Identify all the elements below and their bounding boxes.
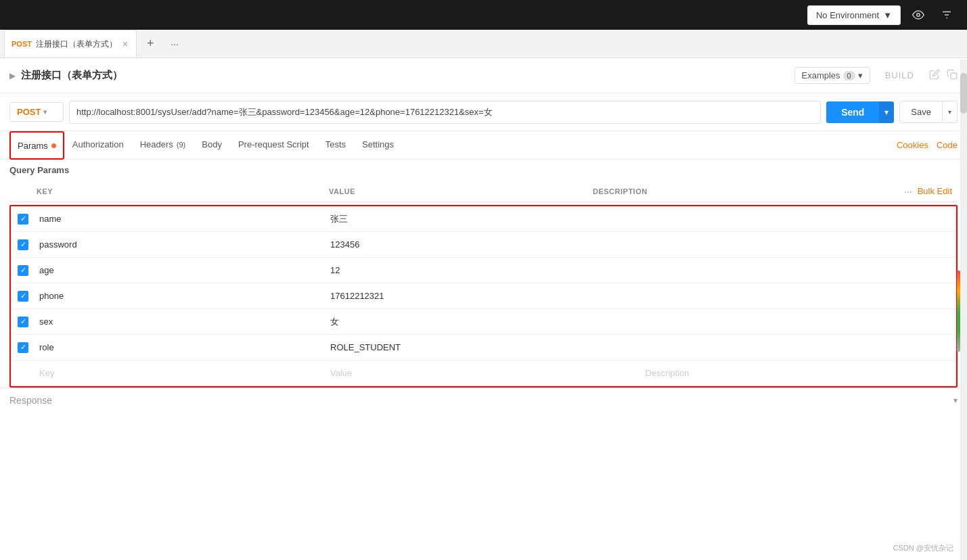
table-row: role ROLE_STUDENT — [11, 335, 956, 360]
placeholder-description[interactable]: Description — [642, 368, 957, 378]
request-header-bar: ▶ 注册接口（表单方式） Examples 0 ▾ BUILD — [0, 58, 967, 93]
request-title: 注册接口（表单方式） — [21, 69, 122, 82]
tab-prerequest[interactable]: Pre-request Script — [230, 131, 317, 159]
tab-tests[interactable]: Tests — [317, 131, 354, 159]
breadcrumb-arrow-icon: ▶ — [9, 71, 16, 80]
tab-nav-right: Cookies Code — [897, 131, 958, 159]
headers-badge: (9) — [177, 141, 185, 149]
placeholder-value-text: Value — [330, 368, 352, 378]
table-actions: ··· Bulk Edit — [899, 186, 958, 197]
response-arrow-icon: ▾ — [953, 396, 958, 405]
checkbox-checked-icon — [18, 265, 28, 276]
key-column-header: KEY — [9, 187, 325, 195]
placeholder-value[interactable]: Value — [326, 368, 642, 378]
method-chevron-icon: ▾ — [43, 108, 47, 116]
description-column-header: DESCRIPTION — [589, 187, 899, 195]
code-link[interactable]: Code — [937, 140, 958, 150]
row-checkbox-role[interactable] — [11, 342, 35, 353]
row-checkbox-sex[interactable] — [11, 317, 35, 327]
param-key-sex[interactable]: sex — [35, 317, 326, 327]
send-chevron-button[interactable]: ▾ — [879, 101, 894, 123]
param-key-name[interactable]: name — [35, 214, 326, 224]
checkbox-checked-icon — [18, 291, 28, 302]
checkbox-checked-icon — [18, 214, 28, 225]
save-button[interactable]: Save — [899, 101, 943, 123]
tab-more-button[interactable]: ··· — [164, 30, 185, 57]
placeholder-row: Key Value Description — [11, 360, 956, 386]
param-key-age[interactable]: age — [35, 265, 326, 275]
tab-settings[interactable]: Settings — [354, 131, 402, 159]
tab-title: 注册接口（表单方式） — [36, 39, 117, 50]
bulk-edit-button[interactable]: Bulk Edit — [918, 186, 952, 196]
tab-method: POST — [12, 40, 32, 48]
placeholder-desc-text: Description — [646, 368, 690, 378]
scrollbar-thumb[interactable] — [960, 73, 967, 114]
examples-label: Examples — [802, 70, 840, 80]
method-selector[interactable]: POST ▾ — [9, 102, 64, 122]
table-row: phone 17612212321 — [11, 283, 956, 309]
placeholder-key[interactable]: Key — [35, 368, 326, 378]
examples-chevron-icon: ▾ — [858, 70, 863, 80]
more-options-icon[interactable]: ··· — [904, 186, 912, 197]
scrollbar-track[interactable] — [960, 60, 967, 413]
tab-settings-label: Settings — [362, 139, 394, 149]
environment-selector[interactable]: No Environment ▼ — [807, 5, 901, 25]
method-label: POST — [17, 107, 41, 117]
eye-icon[interactable] — [907, 4, 929, 26]
examples-button[interactable]: Examples 0 ▾ — [794, 67, 870, 84]
table-row: age 12 — [11, 258, 956, 283]
response-label: Response — [9, 395, 52, 406]
param-value-phone[interactable]: 17612212321 — [326, 291, 642, 301]
copy-icon[interactable] — [947, 69, 958, 83]
tab-params-label: Params — [18, 141, 48, 151]
tab-headers[interactable]: Headers (9) — [132, 131, 194, 159]
tab-body[interactable]: Body — [194, 131, 230, 159]
table-row: sex 女 — [11, 309, 956, 335]
filter-icon[interactable] — [936, 4, 958, 26]
request-tab[interactable]: POST 注册接口（表单方式） × — [4, 30, 137, 57]
params-dot-icon — [51, 143, 56, 148]
tab-tests-label: Tests — [325, 139, 346, 149]
param-value-sex[interactable]: 女 — [326, 316, 642, 328]
save-button-group: Save ▾ — [899, 101, 958, 123]
color-status-bar — [957, 271, 960, 352]
param-key-password[interactable]: password — [35, 239, 326, 250]
param-value-name[interactable]: 张三 — [326, 213, 642, 225]
url-input[interactable] — [69, 101, 821, 124]
breadcrumb: ▶ 注册接口（表单方式） — [9, 69, 788, 82]
query-params-title: Query Params — [9, 165, 958, 175]
tab-navigation: Params Authorization Headers (9) Body Pr… — [0, 131, 967, 160]
row-checkbox-phone[interactable] — [11, 291, 35, 302]
table-row: name 张三 — [11, 206, 956, 232]
response-section[interactable]: Response ▾ — [0, 388, 967, 413]
param-value-password[interactable]: 123456 — [326, 239, 642, 250]
row-checkbox-name[interactable] — [11, 214, 35, 225]
tab-bar: POST 注册接口（表单方式） × + ··· — [0, 30, 967, 58]
checkbox-checked-icon — [18, 239, 28, 250]
tab-add-button[interactable]: + — [139, 30, 161, 57]
param-key-role[interactable]: role — [35, 342, 326, 352]
send-button-group: Send ▾ — [826, 101, 894, 123]
env-chevron: ▼ — [883, 10, 892, 20]
param-value-role[interactable]: ROLE_STUDENT — [326, 342, 642, 352]
edit-icon[interactable] — [929, 69, 940, 83]
row-checkbox-password[interactable] — [11, 239, 35, 250]
tab-authorization[interactable]: Authorization — [64, 131, 132, 159]
tab-close-icon[interactable]: × — [121, 37, 129, 51]
tab-body-label: Body — [202, 139, 222, 149]
query-params-section: Query Params KEY VALUE DESCRIPTION ··· B… — [0, 160, 967, 388]
tab-prerequest-label: Pre-request Script — [238, 139, 309, 149]
param-key-phone[interactable]: phone — [35, 291, 326, 301]
param-value-age[interactable]: 12 — [326, 265, 642, 275]
svg-point-0 — [917, 14, 920, 17]
top-env-bar: No Environment ▼ — [0, 0, 967, 30]
send-button[interactable]: Send — [826, 101, 879, 123]
checkbox-checked-icon — [18, 317, 28, 327]
save-chevron-button[interactable]: ▾ — [943, 101, 958, 123]
tab-params[interactable]: Params — [9, 131, 64, 160]
build-button[interactable]: BUILD — [877, 68, 922, 83]
cookies-link[interactable]: Cookies — [897, 140, 928, 150]
tab-headers-label: Headers — [140, 139, 173, 149]
svg-rect-4 — [951, 73, 957, 79]
row-checkbox-age[interactable] — [11, 265, 35, 276]
